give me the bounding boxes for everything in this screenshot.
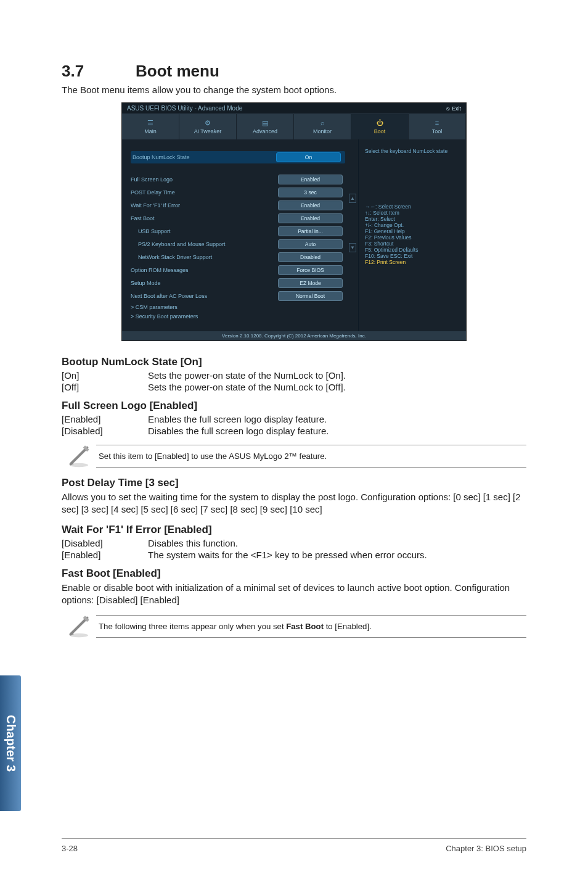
row-fast-boot[interactable]: Fast BootEnabled: [131, 213, 345, 223]
opt-off-key: [Off]: [62, 382, 148, 392]
tab-ai-tweaker[interactable]: ⚙Ai Tweaker: [179, 114, 237, 139]
row-option-rom[interactable]: Option ROM MessagesForce BIOS: [131, 265, 345, 275]
tab-advanced-label: Advanced: [239, 128, 291, 134]
row-net-label: NetWork Stack Driver Support: [131, 254, 278, 260]
row-fullscreen-logo[interactable]: Full Screen LogoEnabled: [131, 175, 345, 184]
footer-chapter: Chapter 3: BIOS setup: [446, 844, 526, 853]
heading-post-delay: Post Delay Time [3 sec]: [62, 477, 526, 489]
bios-version-text: Version 2.10.1208. Copyright (C) 2012 Am…: [122, 331, 466, 340]
list-icon: ☰: [125, 119, 176, 126]
note-fast-prefix: The following three items appear only wh…: [99, 622, 286, 631]
row-ps2-value: Auto: [278, 239, 343, 249]
chip-icon: ▤: [239, 119, 291, 126]
heading-wait-f1: Wait For 'F1' If Error [Enabled]: [62, 524, 526, 536]
row-wait-f1[interactable]: Wait For 'F1' If ErrorEnabled: [131, 200, 345, 210]
power-icon: ⏻: [354, 119, 406, 126]
lead-text: The Boot menu items allow you to change …: [62, 85, 526, 95]
row-setup-label: Setup Mode: [131, 280, 278, 286]
fast-boot-body: Enable or disable boot with initializati…: [62, 582, 526, 607]
row-numlock-label: Bootup NumLock State: [133, 154, 276, 160]
opt-off-desc: Sets the power-on state of the NumLock t…: [148, 382, 346, 392]
row-f1-value: Enabled: [278, 200, 343, 210]
opt-f1-disabled-key: [Disabled]: [62, 538, 148, 548]
row-numlock-value: On: [276, 152, 341, 162]
tab-advanced[interactable]: ▤Advanced: [237, 114, 294, 139]
row-setup-mode[interactable]: Setup ModeEZ Mode: [131, 278, 345, 288]
tab-tool-label: Tool: [411, 128, 463, 134]
key-optimized-defaults: F5: Optimized Defaults: [365, 247, 460, 253]
exit-label: Exit: [452, 105, 461, 112]
tab-monitor-label: Monitor: [296, 128, 348, 134]
section-heading: 3.7Boot menu: [62, 62, 526, 81]
row-usb-support[interactable]: USB SupportPartial In...: [131, 226, 345, 236]
submenu-security-boot[interactable]: > Security Boot parameters: [131, 313, 345, 320]
section-number: 3.7: [62, 62, 136, 81]
row-numlock[interactable]: Bootup NumLock StateOn: [131, 151, 345, 163]
key-save-exit: F10: Save ESC: Exit: [365, 253, 460, 259]
row-logo-label: Full Screen Logo: [131, 176, 278, 183]
note-mylogo: Set this item to [Enabled] to use the AS…: [62, 444, 526, 468]
tab-main-label: Main: [125, 128, 176, 134]
tab-boot[interactable]: ⏻Boot: [351, 114, 409, 139]
bios-screenshot: ASUS UEFI BIOS Utility - Advanced Mode ⎋…: [121, 102, 467, 341]
opt-enabled-key: [Enabled]: [62, 414, 148, 424]
row-next-boot-ac[interactable]: Next Boot after AC Power LossNormal Boot: [131, 291, 345, 301]
opt-f1-enabled-desc: The system waits for the <F1> key to be …: [148, 550, 427, 560]
heading-numlock: Bootup NumLock State [On]: [62, 356, 526, 368]
row-setup-value: EZ Mode: [278, 278, 343, 288]
row-usb-label: USB Support: [131, 228, 278, 234]
bios-exit-button[interactable]: ⎋ Exit: [446, 105, 461, 112]
key-previous-values: F2: Previous Values: [365, 234, 460, 241]
note-icon: [62, 444, 96, 468]
tab-boot-label: Boot: [354, 128, 406, 134]
key-general-help: F1: General Help: [365, 228, 460, 234]
note-icon: [62, 614, 96, 638]
row-network-stack[interactable]: NetWork Stack Driver SupportDisabled: [131, 252, 345, 262]
opt-enabled-desc: Enables the full screen logo display fea…: [148, 414, 327, 424]
tool-icon: ≡: [411, 119, 463, 126]
row-logo-value: Enabled: [278, 175, 343, 184]
opt-f1-enabled-key: [Enabled]: [62, 550, 148, 560]
key-change-opt: +/-: Change Opt.: [365, 222, 460, 228]
row-f1-label: Wait For 'F1' If Error: [131, 202, 278, 208]
key-select-item: ↑↓: Select Item: [365, 210, 460, 216]
scroll-down-icon[interactable]: ▼: [349, 243, 356, 252]
row-ps2-support[interactable]: PS/2 Keyboard and Mouse SupportAuto: [131, 239, 345, 249]
submenu-csm[interactable]: > CSM parameters: [131, 304, 345, 310]
post-delay-body: Allows you to set the waiting time for t…: [62, 491, 526, 516]
row-ps2-label: PS/2 Keyboard and Mouse Support: [131, 241, 278, 247]
key-shortcut: F3: Shortcut: [365, 241, 460, 247]
note-fast-bold: Fast Boot: [286, 622, 324, 631]
opt-disabled-key: [Disabled]: [62, 426, 148, 436]
note-fast-suffix: to [Enabled].: [324, 622, 372, 631]
tab-monitor[interactable]: ⌕Monitor: [294, 114, 351, 139]
row-acloss-label: Next Boot after AC Power Loss: [131, 293, 278, 299]
exit-icon: ⎋: [446, 105, 449, 112]
row-acloss-value: Normal Boot: [278, 291, 343, 301]
tab-tool[interactable]: ≡Tool: [409, 114, 466, 139]
row-rom-label: Option ROM Messages: [131, 267, 278, 273]
page-number: 3-28: [62, 844, 78, 853]
tab-ai-label: Ai Tweaker: [182, 128, 234, 134]
scroll-up-icon[interactable]: ▲: [349, 194, 356, 203]
row-fast-label: Fast Boot: [131, 215, 278, 221]
tab-main[interactable]: ☰Main: [122, 114, 179, 139]
chapter-sidebar: Chapter 3: [0, 675, 21, 811]
key-print-screen: F12: Print Screen: [365, 259, 460, 265]
bios-brand: ASUS UEFI BIOS Utility - Advanced Mode: [127, 105, 242, 112]
note-fast-boot-text: The following three items appear only wh…: [96, 615, 526, 638]
monitor-icon: ⌕: [296, 119, 348, 126]
key-select-screen: →←: Select Screen: [365, 204, 460, 210]
bios-help-text: Select the keyboard NumLock state: [365, 148, 460, 154]
heading-fast-boot: Fast Boot [Enabled]: [62, 567, 526, 580]
heading-fullscreen-logo: Full Screen Logo [Enabled]: [62, 400, 526, 412]
note-fast-boot: The following three items appear only wh…: [62, 614, 526, 638]
row-post-delay[interactable]: POST Delay Time3 sec: [131, 188, 345, 197]
opt-on-desc: Sets the power-on state of the NumLock t…: [148, 370, 346, 381]
section-title: Boot menu: [136, 62, 219, 80]
row-delay-value: 3 sec: [278, 188, 343, 197]
row-rom-value: Force BIOS: [278, 265, 343, 275]
opt-on-key: [On]: [62, 370, 148, 381]
row-net-value: Disabled: [278, 252, 343, 262]
page-footer: 3-28 Chapter 3: BIOS setup: [62, 838, 526, 853]
